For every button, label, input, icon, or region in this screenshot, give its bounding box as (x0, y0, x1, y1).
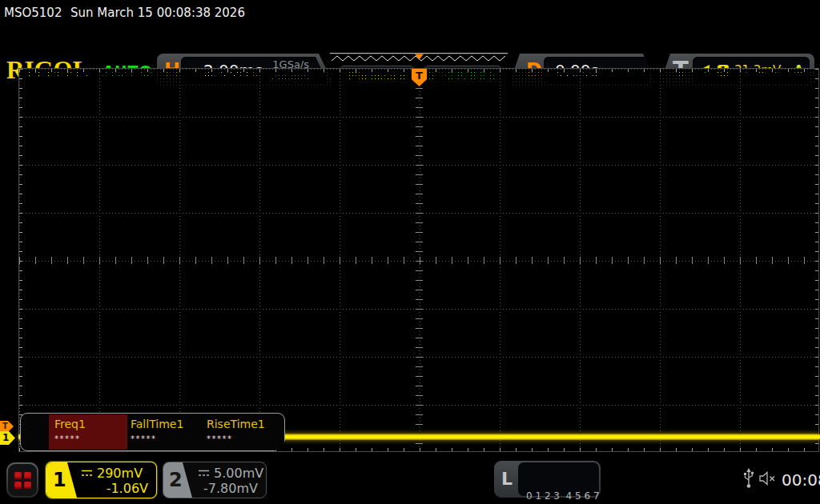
channel2-tab[interactable]: 2 (163, 462, 192, 498)
measurement-label: RiseTime1 (207, 418, 265, 430)
logic-row-0-7: 0 1 2 3 4 5 6 7 (526, 490, 599, 502)
channel1-status-block[interactable]: 1 290mV -1.06V (46, 462, 157, 498)
top-status-bar: MSO5102 Sun March 15 00:08:38 2026 (0, 0, 820, 24)
model-name: MSO5102 (4, 6, 62, 20)
graticule-center-horizontal-ticks (19, 257, 818, 264)
header-bar: RIGOL AUTO H 2.00ms 1GSa/s 20Mpts Measur… (0, 24, 820, 66)
waveform-preview-strip[interactable] (330, 53, 508, 64)
dc-coupling-icon (82, 470, 93, 477)
bottom-status-bar: 1 290mV -1.06V 2 5.00mV -7.80mV (0, 456, 820, 504)
logic-channels-block[interactable]: L 0 1 2 3 4 5 6 7 8 9 1011 12131415 (494, 461, 601, 498)
measurement-value: ***** (131, 434, 157, 443)
measurement-value: ***** (207, 434, 233, 443)
channel1-offset: -1.06V (107, 481, 148, 496)
measurement-label: Freq1 (54, 418, 86, 430)
waveform-graticule (18, 68, 819, 452)
quick-menu-button[interactable] (6, 462, 38, 498)
dc-coupling-icon (199, 470, 210, 477)
channel2-scale: 5.00mV (214, 466, 263, 481)
oscilloscope-screen: MSO5102 Sun March 15 00:08:38 2026 RIGOL… (0, 0, 820, 504)
channel1-scale: 290mV (97, 466, 143, 481)
channel1-tab[interactable]: 1 (46, 462, 77, 498)
speaker-muted-icon[interactable] (758, 471, 778, 486)
trigger-level-marker[interactable]: T (0, 421, 14, 432)
channel2-offset: -7.80mV (203, 481, 258, 496)
measurement-value: ***** (54, 434, 81, 443)
datetime-label: Sun March 15 00:08:38 2026 (70, 6, 245, 20)
measurement-label: FallTime1 (131, 418, 183, 430)
logic-tab-label: L (501, 469, 512, 489)
uptime-clock: 00:08 (782, 470, 820, 490)
usb-icon (742, 468, 755, 489)
measurements-panel: Freq1 ***** FallTime1 ***** RiseTime1 **… (20, 413, 285, 451)
channel2-status-block[interactable]: 2 5.00mV -7.80mV (163, 462, 267, 498)
logic-channel-numbers: 0 1 2 3 4 5 6 7 8 9 1011 12131415 (518, 462, 599, 496)
quick-menu-grid-icon (8, 464, 37, 496)
channel1-position-marker[interactable]: 1 (0, 431, 15, 445)
